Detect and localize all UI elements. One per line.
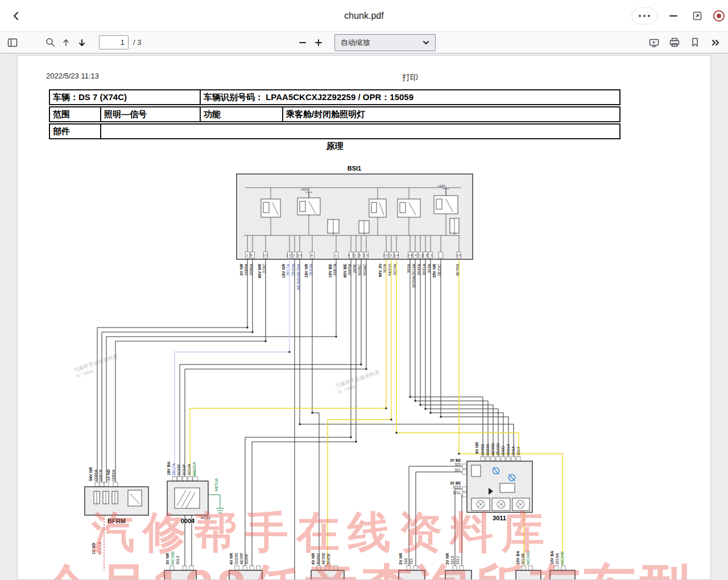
svg-text:9035P: 9035P	[177, 463, 181, 475]
vin-cell: 车辆识别号码： LPAA5CKCXJ2Z92259 / OPR：15059	[201, 90, 619, 104]
svg-text:3V BE: 3V BE	[450, 481, 461, 485]
find-previous-button[interactable]	[58, 35, 74, 51]
svg-text:29 4 13 5 3: 29 4 13 5 3	[408, 254, 433, 257]
expand-icon	[692, 11, 702, 21]
svg-text:0086A: 0086A	[94, 469, 98, 481]
svg-text:13 2 16: 13 2 16	[287, 254, 303, 257]
ellipsis-icon	[639, 15, 641, 17]
record-button[interactable]	[713, 10, 725, 22]
zoom-select[interactable]: 自动缩放	[334, 34, 436, 51]
svg-text:ID: 74960: ID: 74960	[337, 384, 356, 395]
function-label-cell: 功能	[201, 107, 283, 121]
table-row: 范围 照明—信号 功能 乘客舱/封闭舱照明灯	[49, 106, 621, 122]
svg-text:16V NR: 16V NR	[304, 264, 308, 278]
svg-text:ZE22C: ZE22C	[437, 264, 441, 276]
svg-text:AE36A: AE36A	[456, 264, 460, 276]
page-number-input[interactable]	[99, 35, 129, 49]
svg-text:26: 26	[456, 254, 461, 257]
search-button[interactable]	[42, 35, 58, 51]
print-button[interactable]	[667, 35, 682, 51]
more-tools-button[interactable]	[708, 35, 723, 51]
svg-text:302A: 302A	[383, 264, 387, 274]
page-count-label: / 3	[133, 38, 141, 47]
minus-icon	[298, 38, 307, 47]
chevron-down-icon	[423, 40, 429, 45]
bsi1-pin-row	[246, 252, 461, 258]
sidebar-toggle-button[interactable]	[5, 35, 20, 51]
vin-value: LPAA5CKCXJ2Z92259 / OPR：15059	[266, 92, 413, 102]
window-title: chunk.pdf	[0, 11, 728, 21]
bookmark-button[interactable]	[687, 35, 703, 51]
chevron-double-right-icon	[711, 39, 720, 47]
more-options-button[interactable]	[631, 7, 657, 24]
presentation-icon	[649, 38, 659, 47]
svg-text:+12V: +12V	[437, 184, 445, 188]
svg-text:265E: 265E	[353, 264, 357, 274]
scope-value-cell: 照明—信号	[101, 107, 201, 121]
svg-text:ZE63A: ZE63A	[309, 264, 313, 276]
svg-text:3019: 3019	[516, 446, 520, 455]
svg-text:3031A: 3031A	[506, 444, 510, 455]
zoom-in-button[interactable]	[311, 35, 326, 51]
zoom-out-button[interactable]	[295, 35, 311, 51]
svg-text:汽修帮手在线资料库: 汽修帮手在线资料库	[73, 353, 119, 373]
svg-text:16V GR: 16V GR	[282, 264, 286, 278]
titlebar: chunk.pdf	[0, 0, 728, 32]
presentation-mode-button[interactable]	[646, 35, 662, 51]
svg-text:3039A/3014A: 3039A/3014A	[412, 264, 416, 288]
bookmark-icon	[690, 38, 700, 47]
sidebar-icon	[7, 38, 18, 47]
svg-text:18V BA: 18V BA	[167, 461, 171, 475]
svg-text:3045A: 3045A	[417, 264, 421, 276]
svg-text:300D: 300D	[501, 446, 505, 455]
svg-text:10: 10	[263, 254, 268, 257]
zoom-controls: 自动缩放	[295, 34, 436, 51]
svg-text:ZE17A: ZE17A	[286, 264, 290, 276]
svg-text:ZE17A: ZE17A	[172, 463, 176, 475]
svg-text:0086A: 0086A	[249, 264, 253, 276]
svg-text:ZE03A: ZE03A	[291, 264, 295, 276]
svg-text:9034C: 9034C	[363, 264, 367, 276]
arrow-up-icon	[61, 38, 71, 47]
pdf-viewer-area[interactable]: 2022/5/23 11:13 打印 车辆：DS 7 (X74C) 车辆识别号码…	[0, 53, 728, 580]
svg-text:1: 1	[335, 254, 338, 257]
svg-text:BSI1: BSI1	[348, 165, 361, 172]
printed-timestamp: 2022/5/23 11:13	[46, 72, 99, 80]
minimize-button[interactable]	[665, 8, 681, 24]
search-icon	[46, 38, 55, 47]
parts-label-cell: 部件	[50, 125, 101, 138]
svg-text:3019A: 3019A	[393, 264, 397, 276]
svg-text:MC60A: MC60A	[192, 462, 196, 475]
svg-text:9035C: 9035C	[358, 264, 362, 276]
svg-text:60V BE: 60V BE	[343, 264, 347, 277]
window-controls	[631, 7, 728, 24]
svg-text:60V MR: 60V MR	[258, 264, 262, 278]
print-header-label: 打印	[402, 73, 418, 83]
svg-text:ME51B: ME51B	[214, 478, 218, 491]
svg-text:8V NR: 8V NR	[475, 442, 479, 454]
svg-text:321: 321	[454, 468, 461, 472]
pdf-toolbar: / 3 自动缩放	[0, 32, 728, 53]
svg-text:9034P: 9034P	[182, 463, 186, 475]
svg-text:303A: 303A	[511, 446, 515, 455]
svg-text:20 3 14: 20 3 14	[383, 254, 400, 257]
chevron-left-icon	[12, 11, 21, 20]
find-next-button[interactable]	[74, 35, 90, 51]
svg-text:6 11 5 15: 6 11 5 15	[348, 254, 369, 257]
svg-text:3010A: 3010A	[187, 463, 191, 475]
svg-text:3031A: 3031A	[422, 264, 426, 276]
junction-dots	[246, 326, 460, 454]
maximize-button[interactable]	[689, 8, 705, 24]
arrow-down-icon	[77, 38, 86, 47]
back-button[interactable]	[8, 7, 25, 24]
svg-text:0087A: 0087A	[98, 469, 102, 481]
svg-text:0085A: 0085A	[111, 469, 115, 481]
record-icon	[717, 14, 721, 18]
svg-text:1V ND: 1V ND	[106, 469, 110, 481]
svg-text:35V NR: 35V NR	[432, 264, 436, 278]
bsi1-unit: BSI1	[237, 165, 473, 259]
vehicle-cell: 车辆：DS 7 (X74C)	[50, 90, 201, 104]
svg-text:3210: 3210	[453, 485, 461, 489]
scope-label-cell: 范围	[50, 107, 101, 121]
vin-label: 车辆识别号码：	[204, 92, 263, 102]
